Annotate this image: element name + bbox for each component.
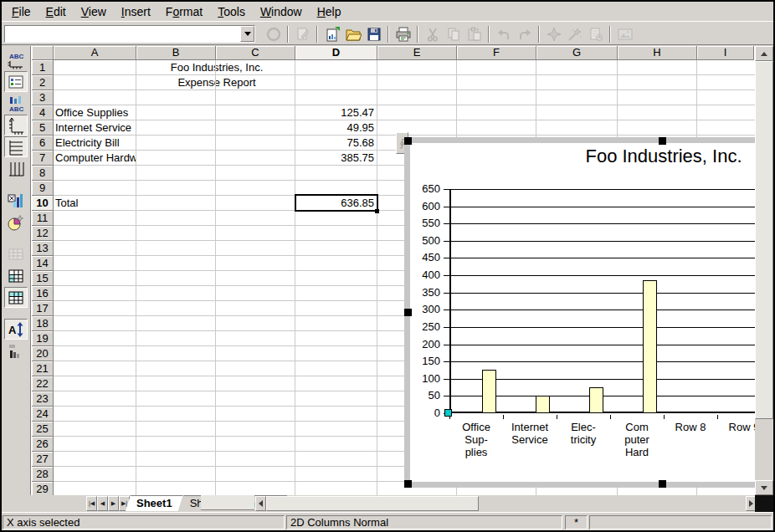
row-header-18[interactable]: 18 [32, 316, 54, 331]
x-axis-selection-handle[interactable] [444, 409, 452, 417]
column-header-B[interactable]: B [136, 46, 216, 60]
window-corner [755, 495, 773, 512]
row-header-11[interactable]: 11 [32, 211, 54, 226]
vertical-grid-button[interactable] [4, 158, 28, 179]
row-header-2[interactable]: 2 [32, 75, 54, 90]
x-axis-label: Com puter Hard [610, 421, 664, 458]
row-header-3[interactable]: 3 [32, 90, 54, 105]
resize-handle-mid-left[interactable] [404, 309, 412, 316]
row-header-13[interactable]: 13 [32, 241, 54, 256]
chart-bar[interactable] [482, 370, 496, 413]
selected-cell-border[interactable] [295, 194, 378, 212]
row-header-1[interactable]: 1 [32, 60, 54, 75]
column-header-I[interactable]: I [697, 46, 754, 60]
data-in-rows-button[interactable] [4, 265, 28, 286]
scroll-down-button[interactable] [755, 480, 773, 495]
row-header-9[interactable]: 9 [32, 181, 54, 196]
scroll-left-button[interactable] [255, 496, 266, 511]
horizontal-scrollbar[interactable] [255, 496, 757, 511]
resize-handle-top-left[interactable] [404, 137, 412, 145]
y-axis-label: 500 [410, 234, 440, 248]
row-header-5[interactable]: 5 [32, 120, 54, 136]
menu-item-window[interactable]: Window [254, 3, 309, 21]
column-header-C[interactable]: C [216, 46, 295, 60]
scroll-up-button[interactable] [755, 46, 773, 61]
chart-type-button[interactable] [4, 190, 28, 211]
row-header-24[interactable]: 24 [32, 407, 54, 422]
chart-bar[interactable] [589, 387, 603, 413]
grid-vline [295, 60, 295, 495]
url-input[interactable] [5, 26, 240, 42]
row-header-28[interactable]: 28 [32, 467, 54, 482]
menu-item-help[interactable]: Help [311, 3, 348, 21]
row-header-19[interactable]: 19 [32, 331, 54, 346]
chart-bar[interactable] [643, 280, 657, 413]
sheet-tab-sheet1[interactable]: Sheet1 [126, 495, 183, 511]
column-header-G[interactable]: G [536, 46, 618, 60]
axes-onoff-button[interactable] [4, 115, 28, 136]
row-header-12[interactable]: 12 [32, 226, 54, 241]
row-header-25[interactable]: 25 [32, 422, 54, 437]
axes-title-onoff-button[interactable] [4, 93, 28, 114]
resize-handle-top-center[interactable] [659, 137, 666, 145]
row-header-7[interactable]: 7 [32, 151, 54, 166]
select-all-corner[interactable] [32, 46, 54, 60]
row-header-26[interactable]: 26 [32, 437, 54, 452]
legend-onoff-button[interactable] [4, 71, 28, 92]
menu-item-view[interactable]: View [74, 3, 113, 21]
print-icon [395, 26, 412, 43]
column-header-E[interactable]: E [377, 46, 457, 60]
save-button[interactable] [363, 25, 384, 44]
column-header-A[interactable]: A [54, 46, 136, 60]
row-header-20[interactable]: 20 [32, 346, 54, 361]
cell-A7: Computer Hardware [54, 151, 136, 166]
open-button[interactable] [342, 25, 363, 44]
menu-item-edit[interactable]: Edit [39, 3, 73, 21]
row-header-14[interactable]: 14 [32, 256, 54, 271]
column-header-H[interactable]: H [618, 46, 697, 60]
vertical-scrollbar-thumb[interactable] [755, 61, 773, 419]
chart-object[interactable]: Foo Industries, Inc. 6506005505004504003… [404, 137, 755, 488]
titles-onoff-button[interactable] [4, 49, 28, 70]
reorganize-chart-button[interactable] [4, 340, 28, 361]
row-header-29[interactable]: 29 [32, 482, 54, 495]
menu-item-format[interactable]: Format [159, 3, 209, 21]
print-button[interactable] [393, 25, 413, 44]
menu-item-tools[interactable]: Tools [211, 3, 252, 21]
chart-bar[interactable] [536, 396, 550, 413]
scale-text-button[interactable] [4, 319, 28, 340]
row-header-21[interactable]: 21 [32, 361, 54, 376]
row-header-6[interactable]: 6 [32, 136, 54, 151]
row-header-16[interactable]: 16 [32, 286, 54, 301]
row-header-27[interactable]: 27 [32, 452, 54, 467]
row-header-8[interactable]: 8 [32, 166, 54, 181]
column-header-D[interactable]: D [295, 46, 377, 60]
horizontal-grid-button[interactable] [4, 136, 28, 157]
x-axis-ticks [449, 415, 755, 419]
url-dropdown-button[interactable] [240, 26, 254, 42]
resize-handle-bottom-left[interactable] [404, 480, 412, 488]
column-header-F[interactable]: F [457, 46, 536, 60]
data-in-columns-button[interactable] [4, 287, 28, 308]
first-sheet-button[interactable]: |◀ [86, 496, 97, 511]
stop-icon [265, 26, 282, 43]
resize-handle-bottom-center[interactable] [659, 480, 666, 488]
new-document-button[interactable] [321, 25, 342, 44]
row-header-4[interactable]: 4 [32, 105, 54, 120]
next-sheet-button[interactable]: ▶ [108, 496, 119, 511]
vertical-scrollbar[interactable] [755, 46, 773, 495]
menu-item-insert[interactable]: Insert [115, 3, 157, 21]
row-header-23[interactable]: 23 [32, 391, 54, 407]
prev-sheet-button[interactable]: ◀ [97, 496, 108, 511]
url-combobox[interactable] [4, 25, 255, 43]
row-header-17[interactable]: 17 [32, 301, 54, 316]
autoformat-button[interactable] [4, 212, 28, 233]
cells-region[interactable]: 636.85Total385.75Computer Hardware75.68E… [54, 60, 755, 495]
row-header-22[interactable]: 22 [32, 376, 54, 391]
row-header-10[interactable]: 10 [32, 196, 54, 211]
menu-item-file[interactable]: File [5, 3, 38, 21]
titles-onoff-icon [7, 51, 25, 69]
row-header-15[interactable]: 15 [32, 271, 54, 286]
fill-handle[interactable] [375, 209, 379, 213]
horizontal-scrollbar-thumb[interactable] [266, 496, 479, 511]
